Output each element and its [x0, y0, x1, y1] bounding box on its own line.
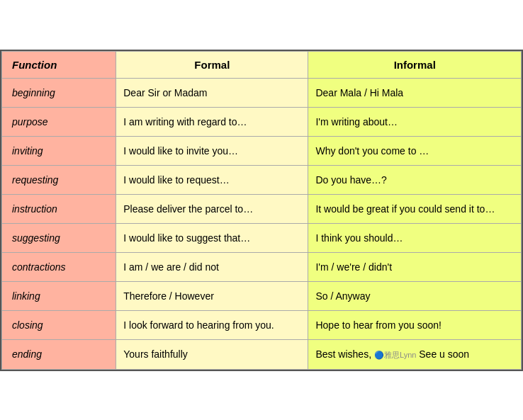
comparison-table: Function Formal Informal beginningDear S… — [1, 51, 522, 370]
cell-function: ending — [2, 339, 116, 369]
cell-formal: I would like to suggest that… — [116, 223, 308, 252]
table-row: endingYours faithfullyBest wishes, 🔵雅思Ly… — [2, 339, 522, 369]
table-row: closingI look forward to hearing from yo… — [2, 310, 522, 339]
cell-function: closing — [2, 310, 116, 339]
table-row: requestingI would like to request…Do you… — [2, 165, 522, 194]
cell-function: contractions — [2, 252, 116, 281]
cell-formal: I am writing with regard to… — [116, 107, 308, 136]
cell-function: purpose — [2, 107, 116, 136]
table-row: contractionsI am / we are / did notI'm /… — [2, 252, 522, 281]
cell-informal: Dear Mala / Hi Mala — [308, 78, 522, 107]
header-formal: Formal — [116, 51, 308, 78]
cell-informal: I'm / we're / didn't — [308, 252, 522, 281]
header-informal: Informal — [308, 51, 522, 78]
table-row: suggestingI would like to suggest that…I… — [2, 223, 522, 252]
cell-formal: I am / we are / did not — [116, 252, 308, 281]
cell-informal: I'm writing about… — [308, 107, 522, 136]
table-row: invitingI would like to invite you…Why d… — [2, 136, 522, 165]
cell-formal: I look forward to hearing from you. — [116, 310, 308, 339]
cell-informal: Hope to hear from you soon! — [308, 310, 522, 339]
table-row: beginningDear Sir or MadamDear Mala / Hi… — [2, 78, 522, 107]
cell-informal: So / Anyway — [308, 281, 522, 310]
cell-formal: Yours faithfully — [116, 339, 308, 369]
watermark-label: 🔵雅思Lynn — [374, 351, 416, 359]
cell-informal: Do you have…? — [308, 165, 522, 194]
header-function: Function — [2, 51, 116, 78]
cell-function: linking — [2, 281, 116, 310]
table-row: purposeI am writing with regard to…I'm w… — [2, 107, 522, 136]
cell-formal: I would like to invite you… — [116, 136, 308, 165]
cell-function: instruction — [2, 194, 116, 223]
header-row: Function Formal Informal — [2, 51, 522, 78]
cell-function: beginning — [2, 78, 116, 107]
table-row: linkingTherefore / HoweverSo / Anyway — [2, 281, 522, 310]
cell-function: suggesting — [2, 223, 116, 252]
cell-informal: Best wishes, 🔵雅思Lynn See u soon — [308, 339, 522, 369]
main-table-wrapper: Function Formal Informal beginningDear S… — [0, 50, 523, 371]
cell-informal: Why don't you come to … — [308, 136, 522, 165]
table-row: instructionPlease deliver the parcel to…… — [2, 194, 522, 223]
cell-informal: I think you should… — [308, 223, 522, 252]
cell-formal: Please deliver the parcel to… — [116, 194, 308, 223]
cell-formal: Dear Sir or Madam — [116, 78, 308, 107]
cell-informal: It would be great if you could send it t… — [308, 194, 522, 223]
cell-function: inviting — [2, 136, 116, 165]
cell-formal: Therefore / However — [116, 281, 308, 310]
cell-function: requesting — [2, 165, 116, 194]
cell-formal: I would like to request… — [116, 165, 308, 194]
